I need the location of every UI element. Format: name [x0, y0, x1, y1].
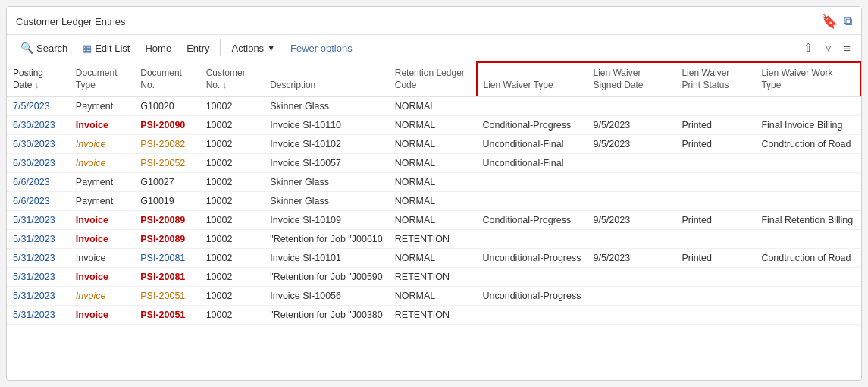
table-row[interactable]: 7/5/2023PaymentG1002010002Skinner GlassN… — [7, 96, 860, 116]
cell-doc-no[interactable]: G10027 — [134, 173, 199, 192]
col-header-doc-type[interactable]: Document Type — [70, 62, 134, 96]
cell-lien-type — [477, 173, 588, 192]
cell-lien-signed — [587, 268, 675, 287]
home-button[interactable]: Home — [137, 39, 179, 58]
cell-lien-print — [675, 192, 755, 211]
open-new-icon[interactable]: ⧉ — [844, 14, 852, 28]
col-header-doc-no[interactable]: Document No. — [134, 62, 199, 96]
cell-posting-date: 6/30/2023 — [7, 135, 70, 154]
title-bar: Customer Ledger Entries 🔖 ⧉ — [7, 7, 861, 35]
cell-desc: Invoice SI-10056 — [264, 287, 389, 306]
cell-posting-date: 5/31/2023 — [7, 230, 70, 249]
col-header-cust-no[interactable]: Customer No. ↓ — [200, 62, 265, 96]
window-title: Customer Ledger Entries — [16, 16, 126, 27]
home-label: Home — [145, 42, 171, 54]
cell-doc-type: Invoice — [70, 135, 134, 154]
cell-lien-type: Unconditional-Final — [477, 154, 588, 173]
cell-doc-type: Invoice — [70, 211, 134, 230]
table-row[interactable]: 5/31/2023InvoicePSI-2005110002"Retention… — [7, 306, 860, 325]
cell-lien-print: Printed — [675, 211, 755, 230]
cell-lien-work: Condtruction of Road — [755, 249, 860, 268]
table-row[interactable]: 6/6/2023PaymentG1002710002Skinner GlassN… — [7, 173, 860, 192]
cell-lien-work — [755, 230, 860, 249]
edit-list-icon: ▦ — [83, 42, 92, 54]
cell-posting-date: 5/31/2023 — [7, 211, 70, 230]
cell-lien-type — [477, 306, 588, 325]
col-header-lien-type[interactable]: Lien Waiver Type — [477, 62, 588, 96]
cell-desc: Invoice SI-10101 — [264, 249, 389, 268]
cell-lien-signed — [587, 306, 675, 325]
cell-ret-code: NORMAL — [389, 211, 477, 230]
table-row[interactable]: 6/30/2023InvoicePSI-2009010002Invoice SI… — [7, 116, 860, 135]
actions-label: Actions — [231, 42, 264, 54]
search-button[interactable]: 🔍 Search — [13, 38, 75, 58]
cell-lien-type: Unconditional-Final — [477, 135, 588, 154]
cell-posting-date: 5/31/2023 — [7, 287, 70, 306]
table-row[interactable]: 5/31/2023InvoicePSI-2005110002Invoice SI… — [7, 287, 860, 306]
col-header-desc[interactable]: Description — [264, 62, 389, 96]
col-header-ret-code[interactable]: Retention Ledger Code — [389, 62, 477, 96]
entry-button[interactable]: Entry — [179, 39, 217, 58]
cell-lien-signed — [587, 230, 675, 249]
cell-posting-date: 5/31/2023 — [7, 306, 70, 325]
cell-posting-date: 7/5/2023 — [7, 96, 70, 116]
cell-lien-type: Conditional-Progress — [477, 116, 588, 135]
col-header-lien-print[interactable]: Lien Waiver Print Status — [675, 62, 755, 96]
edit-list-button[interactable]: ▦ Edit List — [75, 39, 137, 58]
cell-cust-no: 10002 — [200, 287, 265, 306]
cell-lien-work — [755, 173, 860, 192]
cell-doc-no[interactable]: PSI-20052 — [134, 154, 199, 173]
cell-doc-no[interactable]: G10020 — [134, 96, 199, 116]
bookmark-icon[interactable]: 🔖 — [821, 13, 838, 30]
cell-doc-no[interactable]: PSI-20089 — [134, 211, 199, 230]
table-row[interactable]: 6/30/2023InvoicePSI-2005210002Invoice SI… — [7, 154, 860, 173]
col-header-lien-work[interactable]: Lien Waiver Work Type — [755, 62, 860, 96]
cell-lien-print — [675, 230, 755, 249]
cell-lien-print — [675, 306, 755, 325]
cell-lien-print — [675, 154, 755, 173]
table-row[interactable]: 6/6/2023PaymentG1001910002Skinner GlassN… — [7, 192, 860, 211]
fewer-options-button[interactable]: Fewer options — [283, 39, 360, 58]
share-icon[interactable]: ⇧ — [799, 38, 818, 58]
cell-ret-code: NORMAL — [389, 154, 477, 173]
cell-doc-no[interactable]: PSI-20081 — [134, 268, 199, 287]
cell-doc-no[interactable]: PSI-20081 — [134, 249, 199, 268]
table-row[interactable]: 5/31/2023InvoicePSI-2008910002Invoice SI… — [7, 211, 860, 230]
cell-doc-type: Invoice — [70, 306, 134, 325]
cell-cust-no: 10002 — [200, 173, 265, 192]
cell-lien-work — [755, 96, 860, 116]
table-row[interactable]: 6/30/2023InvoicePSI-2008210002Invoice SI… — [7, 135, 860, 154]
cell-lien-print — [675, 287, 755, 306]
cell-doc-no[interactable]: G10019 — [134, 192, 199, 211]
table-row[interactable]: 5/31/2023InvoicePSI-2008110002"Retention… — [7, 268, 860, 287]
cell-lien-print — [675, 173, 755, 192]
actions-button[interactable]: Actions ▼ — [224, 39, 283, 58]
cell-ret-code: RETENTION — [389, 230, 477, 249]
col-header-lien-signed[interactable]: Lien Waiver Signed Date — [587, 62, 675, 96]
customer-ledger-window: Customer Ledger Entries 🔖 ⧉ 🔍 Search ▦ E… — [6, 6, 862, 381]
cell-doc-type: Payment — [70, 173, 134, 192]
cell-doc-no[interactable]: PSI-20082 — [134, 135, 199, 154]
entry-label: Entry — [186, 42, 209, 54]
table-row[interactable]: 5/31/2023InvoicePSI-2008910002"Retention… — [7, 230, 860, 249]
cell-posting-date: 6/30/2023 — [7, 154, 70, 173]
cell-desc: Invoice SI-10110 — [264, 116, 389, 135]
cell-lien-signed: 9/5/2023 — [587, 116, 675, 135]
cell-cust-no: 10002 — [200, 268, 265, 287]
cell-lien-type: Conditional-Progress — [477, 211, 588, 230]
filter-icon[interactable]: ▿ — [821, 38, 836, 58]
col-header-posting-date[interactable]: Posting Date ↓ — [7, 62, 70, 96]
cell-doc-no[interactable]: PSI-20051 — [134, 306, 199, 325]
cell-cust-no: 10002 — [200, 211, 265, 230]
cell-lien-type: Unconditional-Progress — [477, 249, 588, 268]
view-icon[interactable]: ≡ — [839, 39, 855, 58]
cell-lien-signed — [587, 287, 675, 306]
cell-lien-print: Printed — [675, 135, 755, 154]
cell-doc-no[interactable]: PSI-20051 — [134, 287, 199, 306]
cell-doc-no[interactable]: PSI-20089 — [134, 230, 199, 249]
title-bar-actions: 🔖 ⧉ — [821, 13, 852, 30]
cell-lien-print: Printed — [675, 249, 755, 268]
table-row[interactable]: 5/31/2023InvoicePSI-2008110002Invoice SI… — [7, 249, 860, 268]
cell-doc-no[interactable]: PSI-20090 — [134, 116, 199, 135]
cell-ret-code: NORMAL — [389, 173, 477, 192]
